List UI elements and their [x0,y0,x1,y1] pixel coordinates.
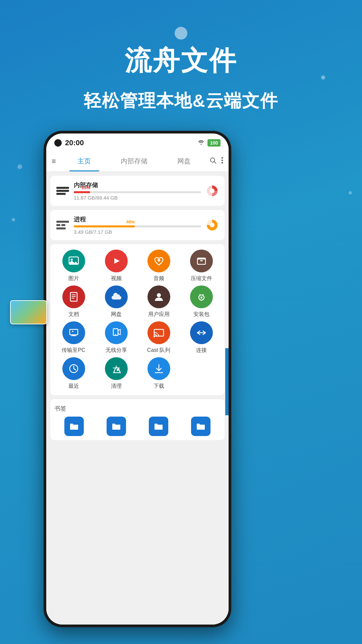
internal-storage-progress-wrap: 13% [74,191,201,193]
app-item-user-apps[interactable]: 用户应用 [138,285,179,318]
archive-label: 压缩文件 [191,275,212,282]
internal-storage-name: 内部存储 [74,181,201,189]
app-item-wireless-share[interactable]: 无线分享 [96,321,137,354]
internal-storage-card[interactable]: 内部存储 13% 11.87 GB/88.44 GB [50,176,225,206]
internal-storage-pie [206,184,219,197]
app-item-archive[interactable]: 压缩文件 [181,250,222,282]
app-item-apk[interactable]: 安装包 [181,285,222,318]
docs-label: 文档 [68,311,79,318]
app-item-clean[interactable]: 清理 [96,357,137,390]
app-title: 流舟文件 [0,43,362,79]
download-icon [147,357,170,380]
internal-storage-info: 内部存储 13% 11.87 GB/88.44 GB [74,181,201,201]
bg-dot-4 [349,191,352,195]
wifi-icon [197,140,205,147]
content-area[interactable]: 内部存储 13% 11.87 GB/88.44 GB [46,172,229,625]
svg-point-21 [200,297,202,299]
tab-home[interactable]: 主页 [59,151,109,171]
app-item-download[interactable]: 下载 [138,357,179,390]
nav-bar: ≡ 主页 内部存储 网盘 [46,151,229,172]
bookmark-item-1[interactable] [54,417,94,436]
wireless-share-label: 无线分享 [106,347,127,354]
exit-overlay: ExIt [225,348,229,415]
apk-label: 安装包 [193,311,209,318]
camera-dot [54,139,62,147]
clean-icon [105,357,128,380]
bookmarks-title: 书签 [54,405,221,413]
app-item-transfer-pc[interactable]: 传输至PC [53,321,94,354]
app-item-cloud[interactable]: 网盘 [96,285,137,318]
transfer-pc-label: 传输至PC [62,347,85,354]
connect-label: 连接 [196,347,207,354]
cloud-icon [105,285,128,308]
user-apps-label: 用户应用 [148,311,170,318]
status-right: 100 [197,139,221,147]
svg-rect-44 [155,425,163,430]
process-size: 3.49 GB/7.17 GB [74,229,201,235]
bg-dot-5 [12,218,15,221]
wireless-share-icon [105,321,128,344]
bookmark-folder-icon-3 [149,417,168,436]
cast-icon [147,321,170,344]
connect-icon [190,321,213,344]
transfer-pc-icon [62,321,85,344]
status-left: 20:00 [54,139,84,147]
svg-point-30 [115,334,116,335]
process-device-icon [56,221,69,229]
internal-storage-size: 11.87 GB/88.44 GB [74,195,201,201]
user-apps-icon [147,285,170,308]
svg-line-36 [74,369,76,370]
app-item-images[interactable]: 图片 [53,250,94,282]
search-icon[interactable] [209,157,217,166]
archive-icon [190,250,213,272]
battery-icon: 100 [207,139,221,147]
more-options-icon[interactable] [221,157,223,166]
svg-rect-45 [197,425,205,430]
process-name: 进程 [74,215,201,223]
svg-point-2 [222,157,223,159]
bookmarks-section: 书签 [50,399,225,440]
hamburger-menu-icon[interactable]: ≡ [52,157,56,166]
app-grid-section: 图片 视频 音频 [50,244,225,395]
process-pie [206,219,219,231]
page-header: 流舟文件 轻松管理本地&云端文件 [0,0,362,113]
bookmark-folder-icon-4 [191,417,210,436]
bookmark-grid [54,417,221,436]
svg-rect-14 [197,258,205,260]
svg-point-4 [222,162,223,164]
apk-icon [190,285,213,308]
storage-device-icon [56,187,69,195]
app-item-docs[interactable]: 文档 [53,285,94,318]
tab-cloud[interactable]: 网盘 [159,151,209,171]
app-item-video[interactable]: 视频 [96,250,137,282]
audio-icon [147,250,170,272]
bg-dot-1 [129,99,134,104]
download-label: 下载 [154,383,164,390]
cast-label: Cast 队列 [147,347,170,354]
bookmark-item-3[interactable] [139,417,178,436]
process-card[interactable]: 进程 48% 3.49 GB/7.17 GB [50,210,225,240]
video-label: 视频 [111,275,122,282]
internal-storage-progress-fill: 13% [74,191,90,193]
app-item-connect[interactable]: 连接 [181,321,222,354]
svg-line-1 [214,162,216,163]
nav-actions [209,157,223,166]
svg-point-12 [158,259,160,262]
nav-tabs: 主页 内部存储 网盘 [59,151,209,171]
app-item-cast[interactable]: Cast 队列 [138,321,179,354]
svg-rect-42 [70,425,78,430]
app-item-recent[interactable]: 最近 [53,357,94,390]
process-progress-wrap: 48% [74,225,201,227]
svg-rect-43 [112,425,120,430]
docs-icon [62,285,85,308]
bookmark-item-2[interactable] [97,417,136,436]
process-progress-fill: 48% [74,225,135,227]
status-bar: 20:00 100 [46,133,229,151]
header-dot [175,27,187,40]
app-item-audio[interactable]: 音频 [138,250,179,282]
phone-mockup: 20:00 100 ≡ 主页 内 [44,131,231,627]
svg-point-32 [154,336,155,337]
bg-dot-2 [321,75,325,79]
bookmark-item-4[interactable] [181,417,221,436]
tab-internal-storage[interactable]: 内部存储 [109,151,159,171]
